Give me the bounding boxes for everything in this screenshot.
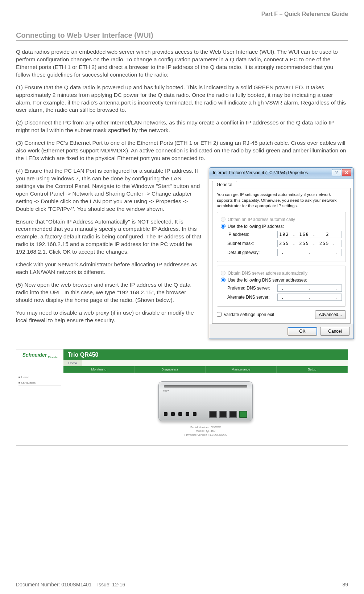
cancel-button[interactable]: Cancel xyxy=(320,327,350,336)
breadcrumb-home[interactable]: Home xyxy=(63,360,82,366)
radio-manual-dns[interactable] xyxy=(221,278,226,282)
ip-group: Obtain an IP address automatically Use t… xyxy=(217,212,346,262)
port-icon xyxy=(239,411,247,418)
part-label: Part F – Quick Reference Guide xyxy=(16,11,348,17)
input-ip-address[interactable] xyxy=(277,231,342,238)
step-6: You may need to disable a web proxy (if … xyxy=(16,309,202,324)
input-subnet[interactable] xyxy=(277,240,342,247)
label-ip-address: IP address: xyxy=(221,232,275,237)
label-auto-dns: Obtain DNS server address automatically xyxy=(228,271,307,276)
step-5: (5) Now open the web browser and insert … xyxy=(16,281,202,304)
step-4b: Ensure that "Obtain IP Address Automatic… xyxy=(16,218,202,256)
doc-number: Document Number: 0100SM1401 xyxy=(16,582,92,587)
page-number: 89 xyxy=(342,582,348,587)
intro-paragraph: Q data radios provide an embedded web se… xyxy=(16,48,348,79)
device-serial: Serial Number : XXXXX xyxy=(185,426,227,429)
label-validate: Validate settings upon exit xyxy=(224,312,274,317)
label-subnet: Subnet mask: xyxy=(221,241,275,246)
label-gateway: Default gateway: xyxy=(221,250,275,255)
step-4: (4) Ensure that the PC LAN Port is confi… xyxy=(16,167,202,213)
device-image: Trio™ xyxy=(158,381,253,421)
section-title: Connecting to Web User Interface (WUI) xyxy=(16,31,348,41)
sidebar-item-home[interactable]: ■ Home xyxy=(18,375,61,380)
tab-general[interactable]: General xyxy=(212,181,237,188)
led-icon xyxy=(186,412,189,416)
nav-maintenance[interactable]: Maintenance xyxy=(206,366,277,373)
radio-auto-ip[interactable] xyxy=(221,217,226,222)
tcpip-properties-dialog: Internet Protocol Version 4 (TCP/IPv4) P… xyxy=(209,167,354,339)
led-icon xyxy=(178,412,182,416)
ok-button[interactable]: OK xyxy=(288,327,317,336)
page-footer: Document Number: 0100SM1401 Issue: 12-16… xyxy=(16,582,348,587)
help-button[interactable]: ? xyxy=(332,169,341,176)
label-alt-dns: Alternate DNS server: xyxy=(221,295,275,300)
input-alt-dns[interactable] xyxy=(277,294,342,301)
step-3: (3) Connect the PC's Ethernet Port to on… xyxy=(16,139,348,162)
close-button[interactable]: ✕ xyxy=(342,169,351,176)
port-icon xyxy=(209,411,217,418)
checkbox-validate[interactable] xyxy=(217,312,222,317)
led-icon xyxy=(171,412,175,416)
step-1: (1) Ensure that the Q data radio is powe… xyxy=(16,84,348,114)
step-4c: Check with your Network Administrator be… xyxy=(16,261,202,276)
brand-sub: Electric xyxy=(48,356,57,359)
label-pref-dns: Preferred DNS server: xyxy=(221,286,275,291)
radio-web-ui-screenshot: Schneider Electric Trio QR450 Home Monit… xyxy=(16,349,348,446)
nav-setup[interactable]: Setup xyxy=(277,366,348,373)
dialog-description: You can get IP settings assigned automat… xyxy=(217,192,346,209)
device-info: Serial Number : XXXXX Model : QR450 Firm… xyxy=(185,426,227,437)
sidebar: ■ Home ■ Languages xyxy=(16,373,63,445)
nav-monitoring[interactable]: Monitoring xyxy=(63,366,135,373)
port-icon xyxy=(229,411,237,418)
device-model: Model : QR450 xyxy=(185,429,227,433)
sidebar-item-languages[interactable]: ■ Languages xyxy=(18,380,61,386)
dns-group: Obtain DNS server address automatically … xyxy=(217,266,346,307)
led-icon xyxy=(164,412,167,416)
nav-diagnostics[interactable]: Diagnostics xyxy=(135,366,206,373)
dialog-title: Internet Protocol Version 4 (TCP/IPv4) P… xyxy=(213,170,332,175)
radio-manual-ip[interactable] xyxy=(221,224,226,229)
brand-name: Schneider xyxy=(22,352,47,358)
label-manual-dns: Use the following DNS server addresses: xyxy=(228,278,307,283)
input-pref-dns[interactable] xyxy=(277,284,342,292)
label-manual-ip: Use the following IP address: xyxy=(228,224,284,229)
input-gateway[interactable] xyxy=(277,249,342,256)
label-auto-ip: Obtain an IP address automatically xyxy=(228,217,295,222)
advanced-button[interactable]: Advanced... xyxy=(315,310,346,319)
dialog-titlebar[interactable]: Internet Protocol Version 4 (TCP/IPv4) P… xyxy=(209,168,353,179)
brand-logo: Schneider Electric xyxy=(16,349,63,360)
product-title: Trio QR450 xyxy=(63,349,348,360)
radio-auto-dns[interactable] xyxy=(221,271,226,275)
device-firmware: Firmware Version : 1.0.XX.XXXX xyxy=(185,433,227,437)
nav-tabs: Monitoring Diagnostics Maintenance Setup xyxy=(63,366,348,373)
led-icon xyxy=(193,412,197,416)
port-icon xyxy=(219,411,227,418)
step-2: (2) Disconnect the PC from any other Int… xyxy=(16,119,348,134)
issue-number: Issue: 12-16 xyxy=(97,582,125,587)
